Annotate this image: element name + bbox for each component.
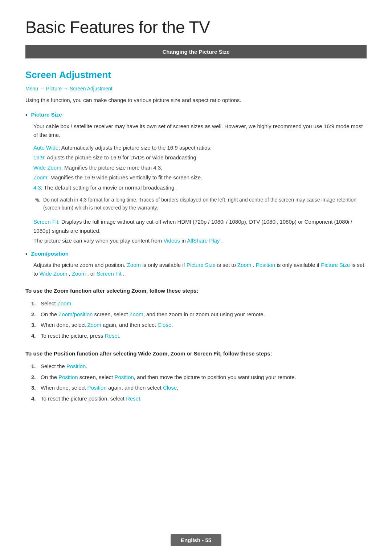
zoom-position-subcontent: Adjusts the picture zoom and position. Z… [33,261,367,278]
section-title: Screen Adjustment [25,69,367,81]
note-box: ✎ Do not watch in 4:3 format for a long … [33,196,367,212]
zoom-step1-link[interactable]: Zoom [57,300,71,306]
position-step-3: 3. When done, select Position again, and… [31,383,367,393]
pos-step2-link2[interactable]: Position [114,374,134,380]
intro-text: Using this function, you can make change… [25,96,367,105]
term-screen-fit: Screen Fit: Displays the full image with… [33,217,367,236]
note-icon: ✎ [35,196,40,206]
zoom-ref2-link[interactable]: Zoom [72,271,86,277]
screen-fit-link[interactable]: Screen Fit [33,219,58,225]
bullet-zoom-position: • Zoom/position Adjusts the picture zoom… [25,249,367,278]
pos-step4-link[interactable]: Reset [126,395,140,402]
page-footer: English - 55 [0,534,392,546]
picture-size-vary: The picture size can vary when you play … [33,236,367,245]
section-header: Changing the Picture Size [25,45,367,58]
bullet-picture-size: • Picture Size Your cable box / satellit… [25,110,367,245]
zoom-steps-section: To use the Zoom function after selecting… [25,288,367,340]
allshare-play-link[interactable]: AllShare Play [187,237,220,244]
page-number-badge: English - 55 [171,534,221,546]
term-16-9: 16:9: Adjusts the picture size to 16:9 f… [33,153,367,162]
zoom-step-1: 1. Select Zoom. [31,299,367,308]
zoom-step-2: 2. On the Zoom/position screen, select Z… [31,310,367,319]
bullet-dot: • [25,110,28,120]
pos-step3-link2[interactable]: Close [163,385,177,391]
position-step-2: 2. On the Position screen, select Positi… [31,373,367,382]
breadcrumb: Menu → Picture → Screen Adjustment [25,86,367,92]
term-auto-wide: Auto Wide: Automatically adjusts the pic… [33,143,367,153]
zoom-step-3: 3. When done, select Zoom again, and the… [31,320,367,330]
term-zoom: Zoom: Magnifies the 16:9 wide pictures v… [33,173,367,182]
zoom-step-4: 4. To reset the picture, press Reset. [31,331,367,341]
page-content: Basic Features for the TV Changing the P… [0,0,392,443]
term-4-3: 4:3: The default setting for a movie or … [33,183,367,192]
16-9-link[interactable]: 16:9 [33,154,44,160]
zoom-link[interactable]: Zoom [33,174,47,180]
zoom-step4-link[interactable]: Reset [105,333,119,339]
4-3-link[interactable]: 4:3 [33,184,41,191]
position-step-1: 1. Select the Position. [31,362,367,371]
pos-step1-link[interactable]: Position [66,363,86,369]
screen-fit-ref-link[interactable]: Screen Fit [97,271,121,277]
breadcrumb-picture[interactable]: Picture [46,86,62,92]
picture-size-link[interactable]: Picture Size [31,110,62,119]
zoom-ref-link[interactable]: Zoom [127,262,141,268]
videos-link[interactable]: Videos [164,237,180,244]
auto-wide-link[interactable]: Auto Wide [33,145,58,151]
position-step-4: 4. To reset the picture position, select… [31,394,367,403]
wide-zoom-link[interactable]: Wide Zoom [33,164,61,171]
zoom-steps-header: To use the Zoom function after selecting… [25,288,367,294]
wide-zoom-ref-link[interactable]: Wide Zoom [40,271,68,277]
position-steps-list: 1. Select the Position. 2. On the Positi… [31,362,367,403]
picture-size-subcontent: Your cable box / satellite receiver may … [33,122,367,245]
bullet-dot-2: • [25,249,28,259]
picture-size-ref-link[interactable]: Picture Size [187,262,216,268]
zoom-step2-link1[interactable]: Zoom/position [58,311,93,317]
pos-step3-link1[interactable]: Position [87,385,106,391]
zoom-step2-link2[interactable]: Zoom [129,311,143,317]
picture-size-description: Your cable box / satellite receiver may … [33,122,367,139]
zoom-position-description: Adjusts the picture zoom and position. Z… [33,261,367,278]
breadcrumb-menu[interactable]: Menu [25,86,38,92]
note-text: Do not watch in 4:3 format for a long ti… [43,196,367,212]
position-steps-section: To use the Position function after selec… [25,350,367,403]
zoom-step3-link2[interactable]: Close [158,322,171,328]
zoom-set-link[interactable]: Zoom [237,262,251,268]
pos-step2-link1[interactable]: Position [58,374,78,380]
zoom-position-link[interactable]: Zoom/position [31,249,69,258]
page-title: Basic Features for the TV [25,17,367,37]
term-wide-zoom: Wide Zoom: Magnifies the picture size mo… [33,163,367,172]
position-steps-header: To use the Position function after selec… [25,350,367,357]
position-ref-link[interactable]: Position [256,262,275,268]
zoom-step3-link1[interactable]: Zoom [87,322,101,328]
breadcrumb-screen-adjustment[interactable]: Screen Adjustment [70,86,113,92]
zoom-steps-list: 1. Select Zoom. 2. On the Zoom/position … [31,299,367,340]
picture-size-ref2-link[interactable]: Picture Size [321,262,350,268]
